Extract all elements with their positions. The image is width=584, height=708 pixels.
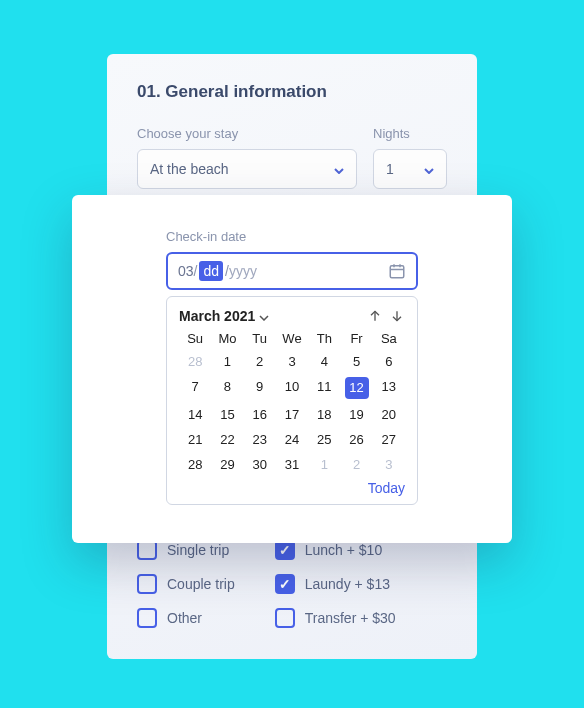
- svg-rect-0: [390, 266, 404, 278]
- calendar-day[interactable]: 15: [211, 405, 243, 424]
- calendar-day[interactable]: 25: [308, 430, 340, 449]
- calendar-day[interactable]: 2: [340, 455, 372, 474]
- options-col-right: ✓Lunch + $10✓Laundy + $13Transfer + $30: [275, 540, 396, 628]
- calendar-day[interactable]: 7: [179, 377, 211, 399]
- calendar-day[interactable]: 30: [244, 455, 276, 474]
- arrow-up-icon[interactable]: [367, 308, 383, 324]
- today-button[interactable]: Today: [179, 480, 405, 496]
- calendar-day[interactable]: 3: [276, 352, 308, 371]
- calendar-nav: [367, 308, 405, 324]
- checkbox-item[interactable]: Other: [137, 608, 235, 628]
- checkbox[interactable]: ✓: [275, 574, 295, 594]
- calendar-day[interactable]: 9: [244, 377, 276, 399]
- checkbox[interactable]: [275, 608, 295, 628]
- calendar-dow: Mo: [211, 331, 243, 346]
- calendar-dow: Sa: [373, 331, 405, 346]
- stay-group: Choose your stay At the beach: [137, 126, 357, 189]
- checkbox-item[interactable]: Single trip: [137, 540, 235, 560]
- date-month: 03: [178, 263, 194, 279]
- date-day: dd: [199, 261, 223, 281]
- calendar-day[interactable]: 2: [244, 352, 276, 371]
- calendar-panel: March 2021 SuMoTuWeThFrSa281234567891011…: [166, 296, 418, 505]
- options-col-left: Single tripCouple tripOther: [137, 540, 235, 628]
- checkbox-label: Couple trip: [167, 576, 235, 592]
- calendar-day[interactable]: 8: [211, 377, 243, 399]
- calendar-day[interactable]: 24: [276, 430, 308, 449]
- calendar-day[interactable]: 29: [211, 455, 243, 474]
- checkbox-label: Transfer + $30: [305, 610, 396, 626]
- checkbox-item[interactable]: Couple trip: [137, 574, 235, 594]
- calendar-dow: Su: [179, 331, 211, 346]
- calendar-icon[interactable]: [388, 262, 406, 280]
- checkmark-icon: ✓: [279, 542, 291, 558]
- calendar-day[interactable]: 1: [308, 455, 340, 474]
- calendar-dow: We: [276, 331, 308, 346]
- stay-label: Choose your stay: [137, 126, 357, 141]
- checkbox-label: Single trip: [167, 542, 229, 558]
- stay-select[interactable]: At the beach: [137, 149, 357, 189]
- calendar-day[interactable]: 12: [345, 377, 369, 399]
- nights-group: Nights 1: [373, 126, 447, 189]
- calendar-day[interactable]: 26: [340, 430, 372, 449]
- caret-down-icon: [334, 161, 344, 177]
- checkin-label: Check-in date: [166, 229, 418, 244]
- checkmark-icon: ✓: [279, 576, 291, 592]
- calendar-day[interactable]: 28: [179, 455, 211, 474]
- calendar-dow: Th: [308, 331, 340, 346]
- form-row: Choose your stay At the beach Nights 1: [137, 126, 447, 189]
- calendar-day[interactable]: 31: [276, 455, 308, 474]
- checkbox[interactable]: [137, 608, 157, 628]
- caret-down-icon[interactable]: [259, 307, 269, 325]
- calendar-dow: Fr: [340, 331, 372, 346]
- checkbox-item[interactable]: ✓Lunch + $10: [275, 540, 396, 560]
- nights-label: Nights: [373, 126, 447, 141]
- checkin-input[interactable]: 03 / dd / yyyy: [166, 252, 418, 290]
- calendar-day[interactable]: 4: [308, 352, 340, 371]
- calendar-day[interactable]: 1: [211, 352, 243, 371]
- date-year: yyyy: [229, 263, 257, 279]
- checkbox[interactable]: ✓: [275, 540, 295, 560]
- section-title: 01. General information: [137, 82, 447, 102]
- calendar-month-label[interactable]: March 2021: [179, 308, 255, 324]
- calendar-day[interactable]: 28: [179, 352, 211, 371]
- calendar-day[interactable]: 23: [244, 430, 276, 449]
- calendar-day[interactable]: 10: [276, 377, 308, 399]
- checkbox-label: Laundy + $13: [305, 576, 390, 592]
- calendar-day[interactable]: 21: [179, 430, 211, 449]
- checkbox-item[interactable]: Transfer + $30: [275, 608, 396, 628]
- calendar-day[interactable]: 13: [373, 377, 405, 399]
- checkbox[interactable]: [137, 540, 157, 560]
- calendar-day[interactable]: 27: [373, 430, 405, 449]
- calendar-day[interactable]: 14: [179, 405, 211, 424]
- date-sep: /: [194, 263, 198, 279]
- date-popover: Check-in date 03 / dd / yyyy March 2021: [72, 195, 512, 543]
- calendar-day[interactable]: 6: [373, 352, 405, 371]
- calendar-header: March 2021: [179, 307, 405, 325]
- calendar-day[interactable]: 22: [211, 430, 243, 449]
- checkbox-item[interactable]: ✓Laundy + $13: [275, 574, 396, 594]
- caret-down-icon: [424, 161, 434, 177]
- calendar-day[interactable]: 5: [340, 352, 372, 371]
- calendar-day[interactable]: 20: [373, 405, 405, 424]
- arrow-down-icon[interactable]: [389, 308, 405, 324]
- checkbox-label: Other: [167, 610, 202, 626]
- calendar-day[interactable]: 17: [276, 405, 308, 424]
- calendar-dow: Tu: [244, 331, 276, 346]
- calendar-day[interactable]: 19: [340, 405, 372, 424]
- calendar-grid: SuMoTuWeThFrSa28123456789101112131415161…: [179, 331, 405, 474]
- stay-value: At the beach: [150, 161, 229, 177]
- calendar-day[interactable]: 18: [308, 405, 340, 424]
- checkbox-label: Lunch + $10: [305, 542, 382, 558]
- calendar-day[interactable]: 16: [244, 405, 276, 424]
- nights-select[interactable]: 1: [373, 149, 447, 189]
- options-section: Single tripCouple tripOther ✓Lunch + $10…: [137, 540, 396, 628]
- checkbox[interactable]: [137, 574, 157, 594]
- calendar-day[interactable]: 3: [373, 455, 405, 474]
- calendar-day[interactable]: 11: [308, 377, 340, 399]
- nights-value: 1: [386, 161, 394, 177]
